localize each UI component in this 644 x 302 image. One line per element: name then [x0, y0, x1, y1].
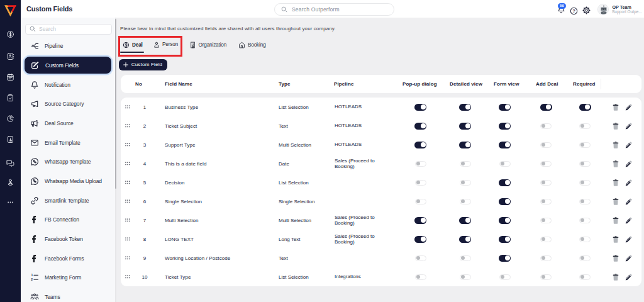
- svg-text:?: ?: [572, 8, 575, 13]
- svg-text:1: 1: [31, 273, 33, 277]
- svg-text:2: 2: [31, 277, 33, 281]
